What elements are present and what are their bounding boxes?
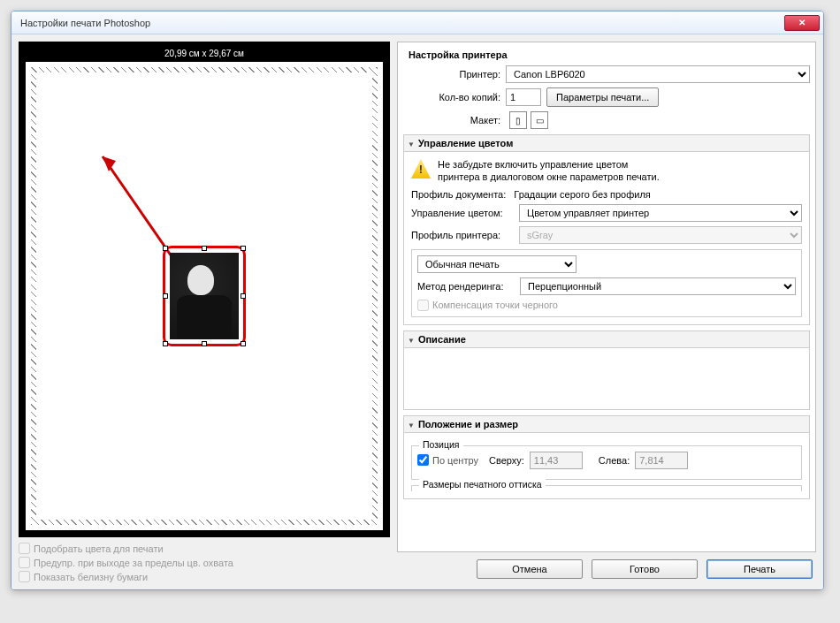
color-handling-label: Управление цветом:	[411, 208, 514, 218]
page-dimensions: 20,99 см x 29,67 см	[26, 49, 383, 58]
color-handling-select[interactable]: Цветом управляет принтер	[519, 204, 802, 222]
doc-profile-label: Профиль документа:	[411, 189, 506, 200]
match-print-colors-checkbox: Подобрать цвета для печати	[19, 543, 390, 554]
description-header[interactable]: Описание	[403, 330, 810, 348]
printer-profile-label: Профиль принтера:	[411, 230, 514, 240]
layout-landscape-icon[interactable]: ▭	[531, 111, 548, 129]
warning-icon: !	[411, 159, 431, 179]
layout-portrait-icon[interactable]: ▯	[509, 111, 527, 129]
copies-input[interactable]	[506, 88, 541, 106]
gamut-warning-checkbox: Предупр. при выходе за пределы цв. охват…	[19, 557, 390, 568]
print-preview: 20,99 см x 29,67 см	[19, 42, 390, 537]
top-input	[530, 452, 583, 469]
copies-label: Кол-во копий:	[403, 92, 500, 103]
print-mode-select[interactable]: Обычная печать	[417, 255, 577, 273]
image-selection[interactable]	[163, 246, 246, 346]
resize-handle[interactable]	[163, 341, 168, 346]
done-button[interactable]: Готово	[592, 559, 698, 579]
chevron-down-icon	[408, 138, 415, 148]
rendering-intent-label: Метод рендеринга:	[417, 281, 515, 292]
preview-image	[170, 253, 239, 339]
resize-handle[interactable]	[163, 293, 168, 299]
resize-handle[interactable]	[241, 246, 246, 251]
printer-select[interactable]: Canon LBP6020	[506, 65, 810, 83]
print-settings-button[interactable]: Параметры печати...	[546, 87, 659, 107]
close-button[interactable]: ✕	[784, 15, 820, 31]
doc-profile-value: Градации серого без профиля	[514, 189, 650, 200]
printer-label: Принтер:	[403, 69, 500, 80]
page-area[interactable]	[26, 62, 383, 530]
chevron-down-icon	[408, 334, 415, 345]
print-settings-dialog: Настройки печати Photoshop ✕ 20,99 см x …	[11, 11, 824, 590]
resize-handle[interactable]	[202, 341, 207, 346]
print-button[interactable]: Печать	[706, 559, 813, 579]
printer-setup-heading: Настройка принтера	[409, 49, 810, 60]
black-point-checkbox: Компенсация точки черного	[417, 300, 796, 311]
printer-profile-select: sGray	[519, 226, 802, 244]
position-legend: Позиция	[419, 439, 463, 450]
svg-marker-1	[103, 156, 116, 171]
description-panel	[403, 348, 810, 410]
left-label: Слева:	[599, 455, 630, 466]
color-management-header[interactable]: Управление цветом	[403, 134, 810, 152]
color-warning-text: Не забудьте включить управление цветом п…	[438, 159, 802, 184]
position-size-header[interactable]: Положение и размер	[403, 415, 810, 433]
rendering-intent-select[interactable]: Перцепционный	[520, 277, 796, 295]
top-label: Сверху:	[489, 455, 524, 466]
paper-white-checkbox: Показать белизну бумаги	[19, 571, 390, 582]
center-checkbox[interactable]: По центру	[417, 454, 478, 466]
resize-handle[interactable]	[202, 246, 207, 251]
titlebar[interactable]: Настройки печати Photoshop ✕	[11, 11, 823, 34]
resize-handle[interactable]	[241, 341, 246, 346]
chevron-down-icon	[408, 419, 415, 429]
scaled-size-legend: Размеры печатного оттиска	[419, 479, 546, 490]
left-input	[635, 452, 688, 469]
window-title: Настройки печати Photoshop	[20, 18, 784, 28]
resize-handle[interactable]	[241, 293, 246, 299]
cancel-button[interactable]: Отмена	[477, 559, 583, 579]
layout-label: Макет:	[403, 115, 500, 125]
resize-handle[interactable]	[163, 246, 168, 251]
